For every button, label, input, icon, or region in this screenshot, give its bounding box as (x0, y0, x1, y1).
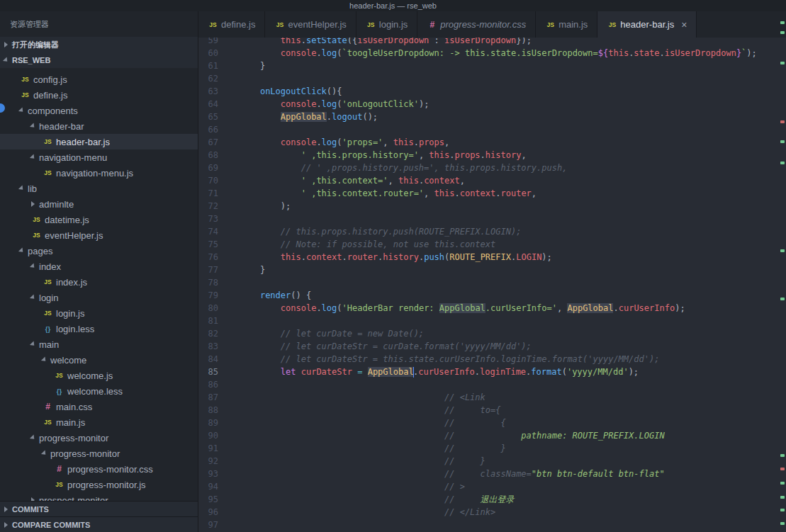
tree-item-main.css[interactable]: #main.css (0, 399, 198, 414)
code-line-82[interactable]: 82 // let curDate = new Date(); (198, 327, 786, 340)
code-line-68[interactable]: 68 ' ,this.props.history=', this.props.h… (198, 149, 786, 162)
code-line-74[interactable]: 74 // this.props.history.push(ROUTE_PREF… (198, 225, 786, 238)
line-number: 76 (198, 251, 240, 264)
code-line-60[interactable]: 60 console.log(`toogleUserDropdown: -> t… (198, 47, 786, 60)
code-line-72[interactable]: 72 ); (198, 200, 786, 213)
code-line-92[interactable]: 92 // } (198, 455, 786, 468)
line-number: 64 (198, 98, 240, 111)
code-line-94[interactable]: 94 // > (198, 480, 786, 493)
tree-item-header-bar[interactable]: header-bar (0, 118, 198, 134)
tab-login.js[interactable]: JSlogin.js (356, 11, 417, 38)
code-line-77[interactable]: 77 } (198, 264, 786, 276)
code-line-73[interactable]: 73 (198, 213, 786, 225)
code-line-90[interactable]: 90 // pathname: ROUTE_PREFIX.LOGIN (198, 429, 786, 442)
line-number: 88 (198, 404, 240, 417)
code-line-79[interactable]: 79 render() { (198, 289, 786, 302)
tree-item-login[interactable]: login (0, 290, 198, 305)
open-editors-section-header[interactable]: 打开的编辑器 (0, 37, 198, 52)
code-line-69[interactable]: 69 // ' ,props.history.push=', this.prop… (198, 162, 786, 174)
tree-item-index.js[interactable]: JSindex.js (0, 274, 198, 290)
code-line-80[interactable]: 80 console.log('HeaderBar render: AppGlo… (198, 302, 786, 315)
chevron-expanded-icon (18, 247, 25, 254)
code-line-89[interactable]: 89 // { (198, 417, 786, 429)
tree-item-main[interactable]: main (0, 336, 198, 352)
tree-item-login.js[interactable]: JSlogin.js (0, 305, 198, 321)
line-content: ' ,this.context=', this.context, (240, 174, 465, 187)
tree-item-progress-monitor.js[interactable]: JSprogress-monitor.js (0, 477, 198, 492)
code-line-87[interactable]: 87 // <Link (198, 391, 786, 404)
overview-mark (780, 482, 785, 485)
code-line-95[interactable]: 95 // 退出登录 (198, 493, 786, 506)
code-line-76[interactable]: 76 this.context.router.history.push(ROUT… (198, 251, 786, 264)
panel-header-commits[interactable]: COMMITS (0, 501, 198, 516)
code-line-65[interactable]: 65 AppGlobal.logout(); (198, 111, 786, 123)
tab-header-bar.js[interactable]: JSheader-bar.js× (597, 11, 697, 38)
overview-ruler[interactable] (780, 11, 786, 532)
code-line-88[interactable]: 88 // to={ (198, 404, 786, 417)
code-line-64[interactable]: 64 console.log('onLogoutClick'); (198, 98, 786, 111)
less-file-icon: {} (43, 325, 53, 333)
tree-item-eventHelper.js[interactable]: JSeventHelper.js (0, 227, 198, 243)
close-icon[interactable]: × (681, 20, 687, 30)
line-content: // } (240, 455, 485, 468)
code-line-83[interactable]: 83 // let curDateStr = curDate.format('y… (198, 340, 786, 353)
code-line-81[interactable]: 81 (198, 315, 786, 327)
chevron-expanded-icon (18, 107, 25, 113)
tab-define.js[interactable]: JSdefine.js (198, 11, 265, 38)
tree-item-index[interactable]: index (0, 259, 198, 274)
tab-main.js[interactable]: JSmain.js (536, 11, 597, 38)
tree-item-progress-monitor.css[interactable]: #progress-monitor.css (0, 461, 198, 477)
tree-item-welcome.less[interactable]: {}welcome.less (0, 383, 198, 399)
tree-item-config.js[interactable]: JSconfig.js (0, 72, 198, 87)
code-editor[interactable]: 59 this.setState({isUserDropdown : isUse… (198, 38, 786, 532)
tree-item-components[interactable]: components (0, 103, 198, 118)
tree-item-main.js[interactable]: JSmain.js (0, 414, 198, 430)
line-number: 70 (198, 174, 240, 187)
code-line-66[interactable]: 66 (198, 123, 786, 136)
line-number: 92 (198, 455, 240, 468)
line-content: // </Link> (240, 506, 495, 519)
chevron-expanded-icon (30, 123, 36, 129)
tree-item-navigation-menu.js[interactable]: JSnavigation-menu.js (0, 165, 198, 181)
code-line-67[interactable]: 67 console.log('props=', this.props, (198, 136, 786, 149)
tab-progress-monitor.css[interactable]: #progress-monitor.css (417, 11, 536, 38)
code-line-70[interactable]: 70 ' ,this.context=', this.context, (198, 174, 786, 187)
tree-item-header-bar.js[interactable]: JSheader-bar.js (0, 134, 198, 149)
code-line-84[interactable]: 84 // let curDateStr = this.state.curUse… (198, 353, 786, 366)
tree-item-progress-monitor[interactable]: progress-monitor (0, 446, 198, 461)
code-line-63[interactable]: 63 onLogoutClick(){ (198, 85, 786, 98)
tab-label: eventHelper.js (288, 19, 346, 30)
tree-item-define.js[interactable]: JSdefine.js (0, 87, 198, 103)
tree-item-label: eventHelper.js (45, 230, 103, 241)
root-folder-section-header[interactable]: RSE_WEB (0, 52, 198, 68)
tree-item-adminlte[interactable]: adminlte (0, 196, 198, 212)
code-line-96[interactable]: 96 // </Link> (198, 506, 786, 519)
tree-item-progress-monitor[interactable]: progress-monitor (0, 430, 198, 446)
tree-item-welcome[interactable]: welcome (0, 352, 198, 368)
tree-item-lib[interactable]: lib (0, 181, 198, 196)
tree-item-label: adminlte (39, 199, 74, 210)
tree-item-welcome.js[interactable]: JSwelcome.js (0, 368, 198, 383)
code-line-71[interactable]: 71 ' ,this.context.router=', this.contex… (198, 187, 786, 200)
code-line-61[interactable]: 61 } (198, 60, 786, 72)
code-line-85[interactable]: 85 let curDateStr = AppGlobal.curUserInf… (198, 366, 786, 378)
tree-item-pages[interactable]: pages (0, 243, 198, 259)
chevron-expanded-icon (30, 341, 36, 347)
line-content: // 退出登录 (240, 493, 515, 506)
tree-item-datetime.js[interactable]: JSdatetime.js (0, 212, 198, 227)
code-line-78[interactable]: 78 (198, 276, 786, 289)
code-line-86[interactable]: 86 (198, 378, 786, 391)
line-content: onLogoutClick(){ (240, 85, 342, 98)
code-line-91[interactable]: 91 // } (198, 442, 786, 455)
tab-eventHelper.js[interactable]: JSeventHelper.js (265, 11, 356, 38)
code-line-62[interactable]: 62 (198, 72, 786, 85)
panel-header-compare-commits[interactable]: COMPARE COMMITS (0, 516, 198, 532)
tree-item-login.less[interactable]: {}login.less (0, 321, 198, 336)
tree-item-navigation-menu[interactable]: navigation-menu (0, 149, 198, 165)
tab-bar: JSdefine.jsJSeventHelper.jsJSlogin.js#pr… (198, 11, 786, 38)
line-number: 81 (198, 315, 240, 327)
code-line-59[interactable]: 59 this.setState({isUserDropdown : isUse… (198, 38, 786, 47)
code-line-97[interactable]: 97 (198, 519, 786, 531)
code-line-93[interactable]: 93 // className="btn btn-default btn-fla… (198, 468, 786, 480)
code-line-75[interactable]: 75 // Note: if possible, not use this.co… (198, 238, 786, 251)
